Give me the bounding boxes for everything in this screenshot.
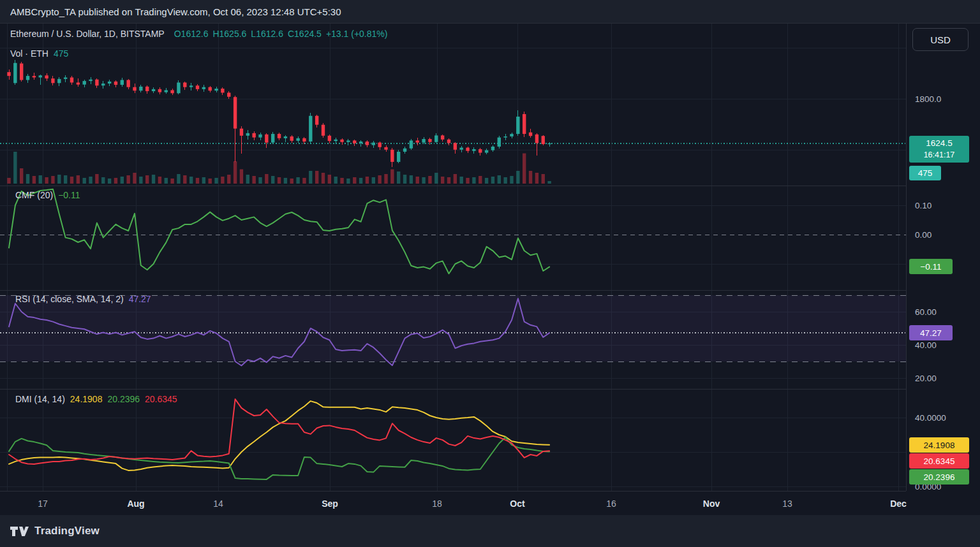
volume-label: Vol · ETH [10, 48, 48, 59]
tradingview-logo-icon[interactable] [10, 526, 29, 537]
ohlc-item: H1625.6 [212, 29, 246, 39]
attribution-bar: AMBCrypto_TA published on TradingView.co… [0, 0, 980, 24]
dmi-adx-value: 24.1908 [70, 394, 103, 404]
time-tick-13: 13 [782, 499, 792, 509]
bar-countdown: 16:41:17 [924, 150, 955, 161]
time-tick-Nov: Nov [703, 499, 720, 509]
volume-badge: 475 [909, 166, 941, 180]
ohlc-values: O1612.6H1625.6L1612.6C1624.5+13.1 (+0.81… [170, 29, 388, 39]
rsi-legend[interactable]: RSI (14, close, SMA, 14, 2) 47.27 [15, 294, 151, 304]
time-axis[interactable]: 17Aug14Sep18Oct16Nov13Dec [0, 491, 906, 515]
axis-label-cmf-000: 0.00 [915, 230, 932, 240]
dmi-legend[interactable]: DMI (14, 14) 24.1908 20.2396 20.6345 [15, 394, 177, 404]
axis-label-dmi-40: 40.0000 [915, 413, 946, 423]
dmi-label: DMI (14, 14) [15, 394, 65, 404]
time-tick-Oct: Oct [510, 499, 524, 509]
rsi-badge: 47.27 [909, 325, 953, 340]
axis-label-1800: 1800.0 [915, 94, 941, 104]
axis-label-rsi-60: 60.00 [915, 307, 937, 317]
time-tick-Sep: Sep [322, 499, 338, 509]
currency-toggle-button[interactable]: USD [912, 28, 969, 51]
chart-canvas[interactable] [0, 24, 906, 491]
cmf-value: −0.11 [58, 190, 80, 200]
cmf-label: CMF (20) [15, 190, 53, 200]
current-price: 1624.5 [926, 138, 952, 149]
dmi-minus-di-badge: 20.6345 [909, 453, 969, 469]
time-tick-Aug: Aug [127, 499, 144, 509]
rsi-label: RSI (14, close, SMA, 14, 2) [15, 294, 124, 304]
ohlc-item: O1612.6 [174, 29, 209, 39]
tradingview-brand-text[interactable]: TradingView [34, 525, 100, 537]
symbol-title: Ethereum / U.S. Dollar, 1D, BITSTAMP [10, 29, 165, 39]
ohlc-item: C1624.5 [288, 29, 322, 39]
dmi-plus-di-badge: 20.2396 [909, 469, 969, 485]
axis-label-rsi-40: 40.00 [915, 340, 937, 350]
attribution-text: AMBCrypto_TA published on TradingView.co… [10, 6, 341, 17]
volume-legend[interactable]: Vol · ETH 475 [10, 48, 68, 59]
dmi-minus-di-value: 20.6345 [145, 394, 177, 404]
ohlc-item: +13.1 (+0.81%) [326, 29, 388, 39]
dmi-plus-di-value: 20.2396 [107, 394, 140, 404]
time-tick-Dec: Dec [890, 499, 907, 509]
cmf-badge: −0.11 [909, 259, 953, 274]
time-tick-18: 18 [432, 499, 442, 509]
chart-area: Ethereum / U.S. Dollar, 1D, BITSTAMP O16… [0, 24, 980, 515]
ohlc-item: L1612.6 [251, 29, 283, 39]
dmi-adx-badge: 24.1908 [909, 437, 969, 453]
price-axis[interactable]: USD 1800.0 0.10 0.00 60.00 40.00 20.00 4… [906, 24, 980, 491]
axis-label-cmf-010: 0.10 [915, 201, 932, 210]
time-tick-17: 17 [38, 499, 48, 509]
time-tick-14: 14 [213, 499, 223, 509]
current-price-badge: 1624.5 16:41:17 [909, 136, 969, 163]
symbol-legend[interactable]: Ethereum / U.S. Dollar, 1D, BITSTAMP O16… [10, 29, 387, 39]
volume-value: 475 [54, 48, 68, 59]
footer-bar: TradingView [0, 515, 980, 547]
cmf-legend[interactable]: CMF (20) −0.11 [15, 190, 80, 200]
time-tick-16: 16 [606, 499, 616, 509]
rsi-value: 47.27 [129, 294, 151, 304]
axis-label-rsi-20: 20.00 [915, 374, 937, 383]
